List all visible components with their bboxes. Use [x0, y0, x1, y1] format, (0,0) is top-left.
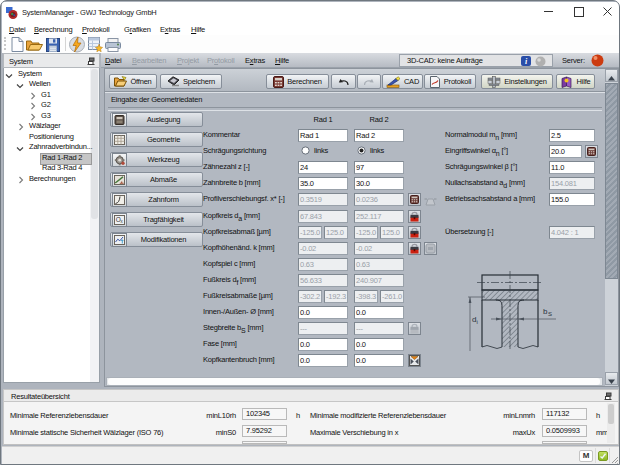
- svg-text:i: i: [477, 319, 478, 325]
- svg-text:S: S: [548, 311, 552, 317]
